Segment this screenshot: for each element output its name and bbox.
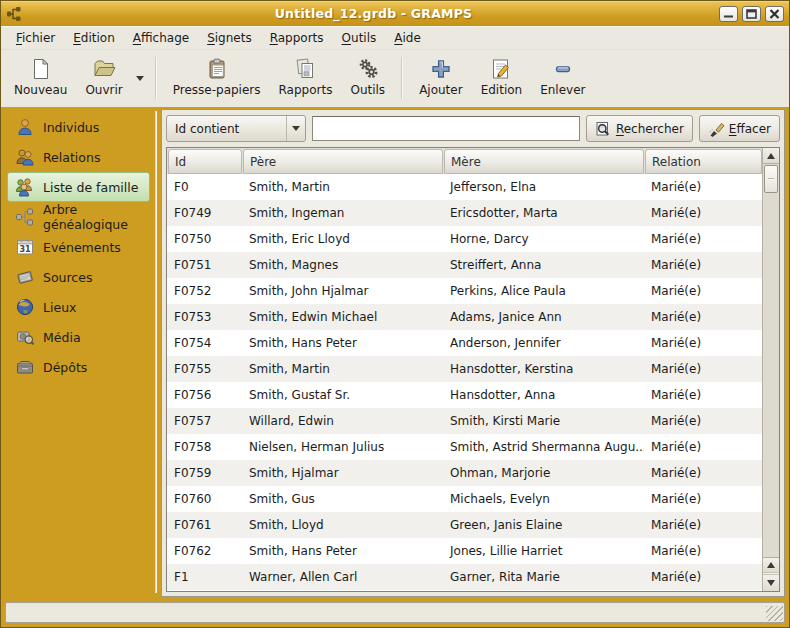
table-cell[interactable]: Smith, Lloyd — [242, 512, 443, 538]
table-cell[interactable]: Nielsen, Herman Julius — [242, 434, 443, 460]
table-cell[interactable]: Smith, Hans Peter — [242, 538, 443, 564]
table-cell[interactable]: F0751 — [167, 252, 242, 278]
table-cell[interactable]: Garner, Rita Marie — [443, 564, 644, 590]
menu-edition[interactable]: Edition — [64, 28, 124, 48]
table-cell[interactable]: Willard, Edwin — [242, 408, 443, 434]
table-cell[interactable]: Hansdotter, Kerstina — [443, 356, 644, 382]
family-row[interactable]: F0749Smith, IngemanEricsdotter, MartaMar… — [167, 200, 762, 226]
table-cell[interactable]: Warner, Allen Carl — [242, 564, 443, 590]
table-cell[interactable]: Adams, Janice Ann — [443, 304, 644, 330]
table-cell[interactable]: Marié(e) — [644, 460, 762, 486]
family-row[interactable]: F0753Smith, Edwin MichaelAdams, Janice A… — [167, 304, 762, 330]
sidebar-item-lieux[interactable]: Lieux — [7, 292, 150, 322]
add-button[interactable]: Ajouter — [410, 52, 472, 104]
table-cell[interactable]: Marié(e) — [644, 408, 762, 434]
filter-field-select[interactable]: Id contient — [166, 115, 306, 142]
open-dropdown-button[interactable] — [132, 52, 148, 104]
sidebar-item-evenements[interactable]: 31 Evénements — [7, 232, 150, 262]
sidebar-item-media[interactable]: Média — [7, 322, 150, 352]
table-cell[interactable]: Marié(e) — [644, 538, 762, 564]
menu-signets[interactable]: Signets — [198, 28, 261, 48]
sidebar-item-arbre-genealogique[interactable]: Arbre généalogique — [7, 202, 150, 232]
edit-button[interactable]: Edition — [472, 52, 532, 104]
reports-button[interactable]: Rapports — [270, 52, 342, 104]
scrollbar-trough[interactable] — [763, 194, 779, 557]
scroll-up-button[interactable] — [763, 148, 779, 164]
menu-fichier[interactable]: Fichier — [7, 28, 64, 48]
table-cell[interactable]: Perkins, Alice Paula — [443, 278, 644, 304]
table-cell[interactable]: Smith, Hjalmar — [242, 460, 443, 486]
menu-affichage[interactable]: Affichage — [124, 28, 198, 48]
table-cell[interactable]: F0752 — [167, 278, 242, 304]
table-cell[interactable]: F0759 — [167, 460, 242, 486]
menu-aide[interactable]: Aide — [385, 28, 430, 48]
vertical-scrollbar[interactable] — [762, 148, 779, 591]
open-button[interactable]: Ouvrir — [76, 52, 131, 104]
table-cell[interactable]: F0750 — [167, 226, 242, 252]
column-header-relation[interactable]: Relation — [645, 149, 762, 174]
sidebar-item-sources[interactable]: Sources — [7, 262, 150, 292]
family-row[interactable]: F0756Smith, Gustaf Sr.Hansdotter, AnnaMa… — [167, 382, 762, 408]
table-cell[interactable]: Ericsdotter, Marta — [443, 200, 644, 226]
table-cell[interactable]: F0754 — [167, 330, 242, 356]
table-cell[interactable]: Smith, Martin — [242, 356, 443, 382]
table-cell[interactable]: Marié(e) — [644, 382, 762, 408]
family-row[interactable]: F0755Smith, MartinHansdotter, KerstinaMa… — [167, 356, 762, 382]
close-button[interactable] — [765, 6, 784, 22]
scroll-up-button-bottom[interactable] — [763, 557, 779, 572]
table-cell[interactable]: Jones, Lillie Harriet — [443, 538, 644, 564]
table-cell[interactable]: F1 — [167, 564, 242, 590]
table-cell[interactable]: Marié(e) — [644, 278, 762, 304]
table-cell[interactable]: Marié(e) — [644, 252, 762, 278]
family-row[interactable]: F0760Smith, GusMichaels, EvelynMarié(e) — [167, 486, 762, 512]
column-header-pere[interactable]: Père — [243, 149, 443, 174]
search-button[interactable]: Rechercher — [586, 115, 693, 142]
table-cell[interactable]: Streiffert, Anna — [443, 252, 644, 278]
scrollbar-thumb[interactable] — [764, 165, 778, 193]
new-button[interactable]: Nouveau — [5, 52, 76, 104]
table-cell[interactable]: Marié(e) — [644, 356, 762, 382]
table-cell[interactable]: Smith, Eric Lloyd — [242, 226, 443, 252]
family-row[interactable]: F0757Willard, EdwinSmith, Kirsti MarieMa… — [167, 408, 762, 434]
table-cell[interactable]: Smith, Martin — [242, 174, 443, 200]
table-cell[interactable]: Smith, Astrid Shermanna Augu... — [443, 434, 644, 460]
pane-splitter[interactable] — [152, 109, 161, 597]
menu-rapports[interactable]: Rapports — [261, 28, 333, 48]
table-cell[interactable]: Michaels, Evelyn — [443, 486, 644, 512]
sidebar-item-depots[interactable]: Dépôts — [7, 352, 150, 382]
table-cell[interactable]: F0756 — [167, 382, 242, 408]
remove-button[interactable]: Enlever — [531, 52, 594, 104]
table-cell[interactable]: Ohman, Marjorie — [443, 460, 644, 486]
table-cell[interactable]: Marié(e) — [644, 564, 762, 590]
table-cell[interactable]: Smith, Edwin Michael — [242, 304, 443, 330]
table-cell[interactable]: Marié(e) — [644, 226, 762, 252]
table-cell[interactable]: Smith, Gus — [242, 486, 443, 512]
table-cell[interactable]: F0761 — [167, 512, 242, 538]
table-cell[interactable]: Marié(e) — [644, 512, 762, 538]
table-cell[interactable]: Smith, Hans Peter — [242, 330, 443, 356]
table-cell[interactable]: F0 — [167, 174, 242, 200]
column-header-mere[interactable]: Mère — [444, 149, 644, 174]
table-cell[interactable]: F0758 — [167, 434, 242, 460]
tools-button[interactable]: Outils — [341, 52, 394, 104]
minimize-button[interactable] — [719, 6, 738, 22]
table-cell[interactable]: Green, Janis Elaine — [443, 512, 644, 538]
table-cell[interactable]: Smith, Ingeman — [242, 200, 443, 226]
table-cell[interactable]: Horne, Darcy — [443, 226, 644, 252]
table-cell[interactable]: Marié(e) — [644, 304, 762, 330]
search-input[interactable] — [312, 116, 580, 141]
table-cell[interactable]: Smith, Magnes — [242, 252, 443, 278]
sidebar-item-individus[interactable]: Individus — [7, 112, 150, 142]
table-cell[interactable]: Jefferson, Elna — [443, 174, 644, 200]
table-cell[interactable]: Marié(e) — [644, 330, 762, 356]
table-cell[interactable]: Marié(e) — [644, 174, 762, 200]
family-row[interactable]: F0761Smith, LloydGreen, Janis ElaineMari… — [167, 512, 762, 538]
table-cell[interactable]: Anderson, Jennifer — [443, 330, 644, 356]
table-cell[interactable]: Marié(e) — [644, 200, 762, 226]
table-cell[interactable]: Hansdotter, Anna — [443, 382, 644, 408]
family-row[interactable]: F0Smith, MartinJefferson, ElnaMarié(e) — [167, 174, 762, 200]
family-row[interactable]: F0752Smith, John HjalmarPerkins, Alice P… — [167, 278, 762, 304]
titlebar[interactable]: Untitled_12.grdb - GRAMPS — [1, 1, 789, 26]
family-row[interactable]: F0750Smith, Eric LloydHorne, DarcyMarié(… — [167, 226, 762, 252]
family-row[interactable]: F0762Smith, Hans PeterJones, Lillie Harr… — [167, 538, 762, 564]
